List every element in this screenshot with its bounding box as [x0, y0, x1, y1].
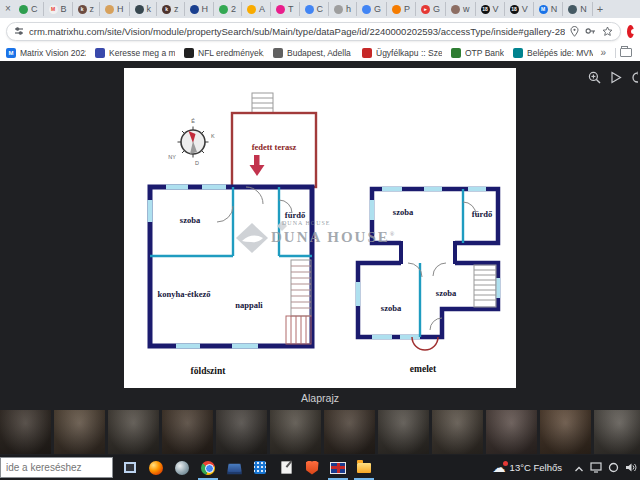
calculator-icon[interactable]: [247, 455, 273, 480]
red-extension-icon[interactable]: [627, 25, 634, 38]
browser-tab[interactable]: A: [242, 2, 271, 16]
bookmark-item[interactable]: Belépés ide: MVM-fi...: [513, 48, 593, 58]
browser-tab[interactable]: 18 V: [505, 2, 534, 16]
svg-text:K: K: [211, 133, 215, 139]
tray-display-icon[interactable]: [590, 459, 602, 477]
location-pin-icon[interactable]: [570, 26, 579, 37]
tab-favicon: k: [162, 5, 171, 14]
gallery-thumbnail[interactable]: [378, 410, 429, 454]
gallery-thumbnail[interactable]: [0, 410, 51, 454]
bookmark-favicon: [362, 48, 372, 58]
task-view-icon[interactable]: [117, 455, 143, 480]
new-tab-button[interactable]: +: [597, 3, 603, 15]
tab-favicon: [219, 5, 228, 14]
key-icon[interactable]: [585, 26, 596, 36]
laptop-app-icon[interactable]: [221, 455, 247, 480]
gallery-thumbnail[interactable]: [216, 410, 267, 454]
tab-favicon: [568, 5, 577, 14]
other-bookmarks-folder-icon[interactable]: [620, 48, 632, 57]
browser-tab[interactable]: M B: [44, 2, 73, 16]
label-bath-gf: fürdő: [270, 210, 320, 220]
browser-tab[interactable]: k z: [157, 2, 185, 16]
file-explorer-icon[interactable]: [351, 455, 377, 480]
browser-tab[interactable]: k: [130, 2, 158, 16]
label-room-up2: szoba: [361, 303, 421, 313]
tab-title: C: [31, 2, 38, 16]
address-bar[interactable]: crm.matrixhu.com/site/Vision/module/prop…: [6, 22, 621, 41]
browser-tab[interactable]: 18 V: [476, 2, 505, 16]
bookmark-label: Ügyfélkapu :: Szemé...: [376, 48, 442, 58]
bookmarks-overflow-chevron[interactable]: »: [595, 47, 611, 58]
flag-app-icon[interactable]: [325, 455, 351, 480]
divider: [615, 48, 616, 58]
tab-title: T: [288, 2, 294, 16]
browser-tab[interactable]: ▸ G: [416, 2, 446, 16]
bookmark-star-icon[interactable]: [602, 26, 613, 37]
close-tab-icon[interactable]: ×: [2, 0, 14, 18]
compass-rose: É K D NY: [168, 118, 215, 166]
chrome-icon[interactable]: [195, 455, 221, 480]
taskbar-search-input[interactable]: [0, 457, 113, 478]
tab-title: C: [317, 2, 324, 16]
gallery-thumbnail[interactable]: [594, 410, 640, 454]
tray-chevron-up-icon[interactable]: [574, 459, 584, 477]
bookmark-item[interactable]: Budapest, Adella 06...: [273, 48, 353, 58]
bookmark-label: Budapest, Adella 06...: [287, 48, 353, 58]
gallery-thumbnail[interactable]: [162, 410, 213, 454]
watermark-large: DUNA HOUSE®: [271, 229, 396, 246]
tab-favicon: ▸: [421, 5, 430, 14]
tab-title: G: [433, 2, 440, 16]
gray-app-icon[interactable]: [169, 455, 195, 480]
browser-tab[interactable]: w: [446, 2, 476, 16]
bookmark-item[interactable]: M Matrix Vision 2022: [6, 48, 86, 58]
notes-app-icon[interactable]: [273, 455, 299, 480]
tab-favicon: 18: [510, 5, 519, 14]
firefox-icon[interactable]: [143, 455, 169, 480]
bookmark-favicon: [451, 48, 461, 58]
browser-tab[interactable]: G: [357, 2, 387, 16]
rotate-icon[interactable]: [631, 70, 638, 88]
zoom-in-icon[interactable]: [588, 70, 601, 88]
browser-tab[interactable]: 2: [214, 2, 242, 16]
bookmark-favicon: [513, 48, 523, 58]
label-bath-up: fürdő: [457, 209, 507, 219]
browser-tab[interactable]: C: [14, 2, 44, 16]
browser-tab[interactable]: N: [563, 2, 593, 16]
tab-title: V: [522, 2, 528, 16]
browser-toolbar: crm.matrixhu.com/site/Vision/module/prop…: [0, 18, 640, 44]
label-ground-floor: földszint: [168, 366, 248, 376]
slideshow-play-icon[interactable]: [610, 70, 622, 88]
gallery-thumbnail[interactable]: [432, 410, 483, 454]
site-settings-icon[interactable]: [14, 26, 24, 36]
bookmark-item[interactable]: Keresse meg a mobi...: [95, 48, 175, 58]
browser-tab[interactable]: H: [100, 2, 130, 16]
label-terrace: fedett terasz: [234, 142, 314, 152]
bookmark-item[interactable]: OTP Bank: [451, 48, 504, 58]
bookmarks-bar: M Matrix Vision 2022 Keresse meg a mobi.…: [0, 44, 640, 61]
browser-tab[interactable]: k z: [73, 2, 101, 16]
tray-volume-icon[interactable]: [625, 459, 638, 477]
gallery-thumbnail[interactable]: [270, 410, 321, 454]
tab-title: H: [202, 2, 209, 16]
gallery-thumbnail[interactable]: [486, 410, 537, 454]
gallery-thumbnail[interactable]: [54, 410, 105, 454]
brave-icon[interactable]: [299, 455, 325, 480]
browser-tab[interactable]: T: [271, 2, 300, 16]
bookmark-favicon: M: [6, 48, 16, 58]
floorplan-drawing: É K D NY: [124, 68, 516, 388]
gallery-thumbnail[interactable]: [108, 410, 159, 454]
tab-title: w: [463, 2, 470, 16]
bookmark-item[interactable]: NFL eredmények, A...: [184, 48, 264, 58]
gallery-thumbnail[interactable]: [324, 410, 375, 454]
gallery-thumbnail[interactable]: [540, 410, 591, 454]
browser-tab[interactable]: P: [387, 2, 416, 16]
browser-tab[interactable]: h: [329, 2, 357, 16]
browser-tab[interactable]: C: [300, 2, 330, 16]
weather-widget[interactable]: ☁ 13°C Felhős: [489, 461, 566, 474]
pinned-tabs: C M B k z H k: [14, 0, 593, 18]
tray-onedrive-icon[interactable]: [608, 459, 619, 477]
bookmark-item[interactable]: Ügyfélkapu :: Szemé...: [362, 48, 442, 58]
browser-tab[interactable]: M N: [534, 2, 564, 16]
floorplan-image[interactable]: É K D NY fedett terasz szoba fürdő konyh…: [124, 68, 516, 388]
browser-tab[interactable]: H: [185, 2, 215, 16]
